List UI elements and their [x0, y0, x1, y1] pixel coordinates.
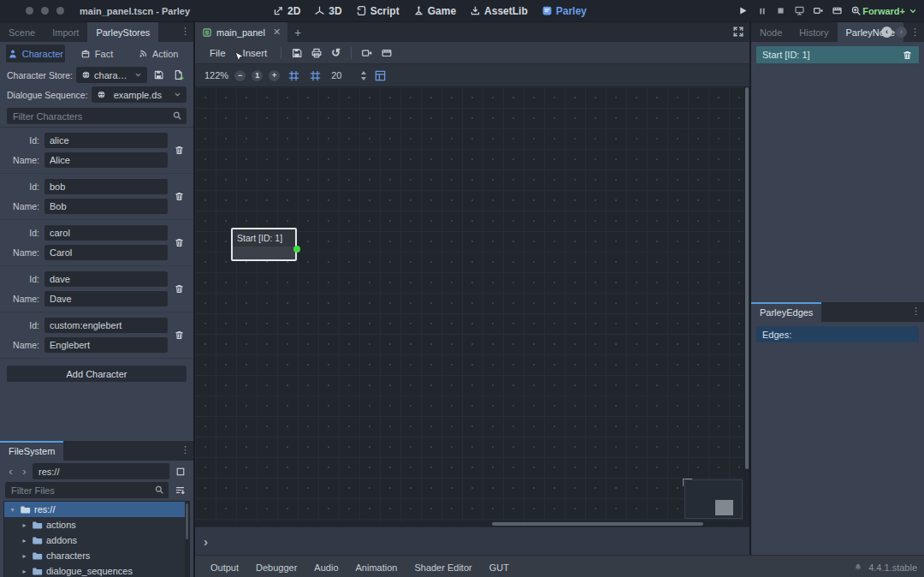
tab-character[interactable]: Character [6, 45, 65, 62]
tab-action[interactable]: Action [128, 45, 187, 62]
remote-debug-icon[interactable] [791, 3, 808, 18]
character-id-field[interactable] [44, 271, 168, 287]
tab-shader-editor[interactable]: Shader Editor [406, 562, 480, 573]
zoom-reset-button[interactable]: 1 [252, 70, 263, 81]
character-name-field[interactable] [44, 245, 168, 260]
history-forward-icon[interactable]: › [19, 466, 30, 477]
trash-icon[interactable] [168, 283, 190, 294]
trash-icon[interactable] [168, 191, 190, 202]
filter-characters-input[interactable] [7, 108, 187, 124]
tree-item-dialogue-sequences[interactable]: ▸ dialogue_sequences [4, 563, 189, 577]
character-name-field[interactable] [44, 199, 168, 214]
tab-import[interactable]: Import [44, 22, 87, 42]
minimap-viewport[interactable] [715, 500, 733, 515]
refresh-icon[interactable]: ↺ [327, 45, 345, 61]
grid-toggle-icon[interactable] [307, 68, 323, 82]
trash-icon[interactable] [168, 237, 190, 248]
snap-distance-stepper[interactable] [361, 71, 366, 80]
dialogue-sequence-dropdown[interactable]: example.ds [92, 86, 187, 103]
insert-menu[interactable]: Insert [235, 48, 275, 58]
dock-options-icon[interactable]: ⋮ [910, 27, 920, 38]
tab-fact[interactable]: Fact [68, 45, 127, 62]
window-controls[interactable] [26, 7, 64, 15]
close-window-button[interactable] [26, 7, 33, 15]
tab-audio[interactable]: Audio [305, 562, 346, 573]
start-node[interactable]: Start [ID: 1] [231, 228, 297, 261]
save-store-icon[interactable] [151, 68, 167, 83]
notifications-bell-icon[interactable] [853, 562, 863, 573]
chevron-right-icon[interactable]: ▸ [21, 552, 28, 560]
print-icon[interactable] [307, 45, 325, 61]
character-name-field[interactable] [44, 337, 168, 353]
screen-2d-button[interactable]: 2D [269, 0, 305, 21]
dock-options-icon[interactable]: ⋮ [181, 445, 190, 455]
chevron-right-icon[interactable]: ▸ [21, 568, 28, 575]
tabs-back-icon[interactable]: ‹ [881, 27, 892, 38]
current-path-field[interactable] [33, 463, 169, 479]
character-id-field[interactable] [44, 133, 168, 148]
tab-filesystem[interactable]: FileSystem [0, 441, 63, 461]
file-menu[interactable]: File [202, 48, 234, 58]
horizontal-scrollbar[interactable] [195, 521, 744, 526]
add-character-button[interactable]: Add Character [7, 366, 187, 382]
tree-item-res[interactable]: ▾ res:// [4, 502, 189, 517]
close-icon[interactable]: ✕ [273, 27, 281, 38]
tab-debugger[interactable]: Debugger [247, 562, 305, 573]
tree-item-characters[interactable]: ▸ characters [4, 548, 189, 563]
vertical-scrollbar[interactable] [744, 87, 749, 521]
zoom-in-button[interactable]: + [269, 70, 280, 81]
character-name-field[interactable] [44, 291, 168, 306]
tab-node[interactable]: Node [751, 22, 791, 42]
stop-button[interactable] [773, 3, 789, 18]
tree-scrollbar[interactable] [185, 502, 189, 577]
minimize-window-button[interactable] [41, 7, 49, 15]
tree-item-addons[interactable]: ▸ addons [4, 532, 189, 548]
trash-icon[interactable] [168, 330, 190, 341]
character-id-field[interactable] [44, 318, 168, 333]
screen-parley-button[interactable]: Parley [537, 0, 591, 21]
filter-files-input[interactable] [5, 482, 169, 498]
zoom-out-button[interactable]: − [234, 70, 246, 81]
minimap-toggle-icon[interactable] [372, 68, 388, 82]
selected-node-row[interactable]: Start [ID: 1] [756, 46, 919, 63]
graph-canvas[interactable]: Start [ID: 1] [195, 87, 749, 526]
edges-header-row[interactable]: Edges: [756, 326, 919, 342]
chevron-right-icon[interactable]: ▸ [21, 537, 28, 544]
profiler-magnifier-icon[interactable] [848, 3, 864, 18]
chevron-down-icon[interactable]: ▾ [9, 506, 16, 514]
tab-output[interactable]: Output [202, 562, 247, 573]
play-button[interactable] [735, 3, 751, 18]
pause-button[interactable] [754, 3, 770, 18]
graph-minimap[interactable] [684, 479, 743, 519]
tab-parleystores[interactable]: ParleyStores [87, 22, 158, 42]
new-tab-button[interactable]: + [287, 22, 308, 42]
trash-icon[interactable] [168, 145, 190, 156]
movie-writer-icon[interactable] [829, 3, 845, 18]
sort-files-icon[interactable] [172, 483, 188, 498]
start-node-title[interactable]: Start [ID: 1] [233, 229, 295, 247]
new-script-icon[interactable] [170, 68, 187, 83]
tab-animation[interactable]: Animation [347, 562, 406, 573]
snap-toggle-icon[interactable] [286, 68, 301, 82]
history-back-icon[interactable]: ‹ [5, 466, 16, 477]
character-id-field[interactable] [44, 179, 168, 194]
screen-3d-button[interactable]: 3D [310, 0, 346, 21]
dock-options-icon[interactable]: ⋮ [911, 306, 921, 316]
tab-main-panel[interactable]: main_panel ✕ [195, 22, 287, 42]
screen-script-button[interactable]: Script [352, 0, 404, 21]
horizontal-scrollbar-thumb[interactable] [492, 522, 703, 526]
tree-item-actions[interactable]: ▸ actions [4, 517, 189, 532]
tabs-forward-icon[interactable]: › [896, 27, 907, 38]
movie-maker-icon[interactable] [810, 3, 826, 18]
tab-scene[interactable]: Scene [0, 22, 44, 42]
screen-game-button[interactable]: Game [409, 0, 460, 21]
tab-history[interactable]: History [791, 22, 837, 42]
vertical-scrollbar-thumb[interactable] [745, 87, 749, 469]
character-store-dropdown[interactable]: character_st [76, 67, 147, 83]
distraction-free-icon[interactable] [732, 26, 744, 38]
save-icon[interactable] [287, 45, 305, 61]
test-dialogue-icon[interactable] [358, 45, 376, 61]
output-port[interactable] [293, 246, 300, 253]
character-name-field[interactable] [44, 152, 168, 168]
chevron-right-icon[interactable]: ▸ [21, 521, 28, 529]
